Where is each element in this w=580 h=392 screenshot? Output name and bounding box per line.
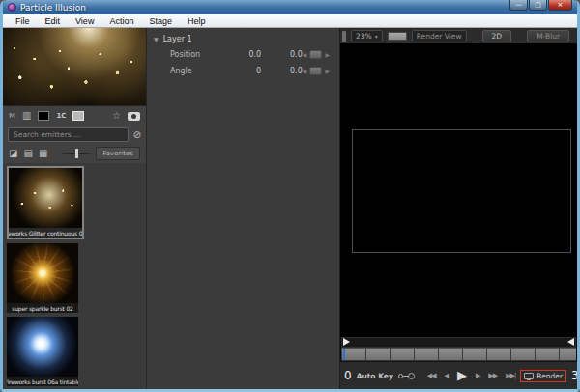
play-button[interactable]: ▶ xyxy=(457,371,467,380)
mode-2d-button[interactable]: 2D xyxy=(482,30,512,42)
rewind-button[interactable]: ◀◀ xyxy=(427,371,436,380)
titlebar[interactable]: Particle Illusion — ▢ × xyxy=(3,0,577,14)
emitter-name: Fireworks burst 06a tintable xyxy=(7,377,78,386)
viewport-toolbar: 23% ▾ Render View 2D M-Blur H.U.D. Def xyxy=(340,28,577,44)
main-area: M ▥ 1C ☆ ⊘ ◪ ▤ ▦ Favorites xyxy=(3,28,577,389)
timeline-scrubber[interactable] xyxy=(341,348,576,361)
render-view-label: Render View xyxy=(417,32,462,41)
emitter-thumbnail xyxy=(9,168,82,228)
auto-key-label[interactable]: Auto Key xyxy=(357,372,393,380)
next-key-icon[interactable]: ▶ xyxy=(325,51,330,58)
key-icon[interactable] xyxy=(398,374,403,378)
folder-view-icon[interactable]: ◪ xyxy=(9,149,17,158)
emitter-thumbnail xyxy=(7,317,78,377)
current-frame-value[interactable]: 0 xyxy=(344,369,352,382)
clear-search-icon[interactable]: ⊘ xyxy=(133,130,141,140)
param-row-position: Position 0.0 0.0 ◀ ▶ xyxy=(147,46,339,63)
stage-panel: 23% ▾ Render View 2D M-Blur H.U.D. Def xyxy=(340,28,577,389)
zoom-level-value: 23% xyxy=(356,32,372,41)
m-mode-icon[interactable]: M xyxy=(9,112,15,120)
one-color-icon[interactable]: 1C xyxy=(56,112,66,120)
minimize-button[interactable]: — xyxy=(509,0,528,11)
go-to-end-button[interactable]: ▶▶| xyxy=(506,371,515,380)
transport-bar: 0 Auto Key ◀◀ ◀ ▶ ▶ ▶▶ ▶▶| Render 300 xyxy=(340,361,577,389)
param-value-x[interactable]: 0 xyxy=(228,67,262,75)
prev-key-icon[interactable]: ◀ xyxy=(303,51,307,58)
render-button[interactable]: Render xyxy=(536,372,563,380)
menu-stage[interactable]: Stage xyxy=(141,16,180,26)
param-label: Position xyxy=(170,50,228,59)
end-frame-value[interactable]: 300 xyxy=(571,369,577,382)
maximize-button[interactable]: ▢ xyxy=(529,0,547,11)
range-out-marker-icon[interactable] xyxy=(567,338,574,346)
slider-handle[interactable] xyxy=(75,149,78,158)
keyframe-nav: ◀ ▶ xyxy=(303,50,330,59)
emitter-item[interactable]: super sparkle burst 02 xyxy=(7,243,78,313)
range-in-marker-icon[interactable] xyxy=(343,338,350,346)
param-value-y[interactable]: 0.0 xyxy=(269,50,303,59)
menu-help[interactable]: Help xyxy=(180,16,214,26)
search-input[interactable] xyxy=(8,127,129,142)
render-view-dropdown[interactable]: Render View xyxy=(412,30,467,42)
param-value-y[interactable]: 0.0 xyxy=(269,67,303,75)
menu-bar: File Edit View Action Stage Help xyxy=(3,14,577,28)
menu-edit[interactable]: Edit xyxy=(38,16,69,26)
param-label: Angle xyxy=(170,67,228,75)
menu-view[interactable]: View xyxy=(68,16,102,26)
menu-file[interactable]: File xyxy=(8,16,38,26)
grid-view-icon[interactable]: ▦ xyxy=(39,149,47,158)
gray-background-swatch[interactable] xyxy=(72,111,84,121)
close-button[interactable]: × xyxy=(548,0,572,11)
emitter-preview xyxy=(3,28,146,106)
next-key-icon[interactable]: ▶ xyxy=(325,68,330,74)
favorites-button[interactable]: Favorites xyxy=(96,147,140,160)
emitter-list: Fireworks Glitter continuous 03b super s… xyxy=(3,163,146,389)
layer-name: Layer 1 xyxy=(163,35,192,43)
emitter-thumbnail xyxy=(7,243,78,303)
search-row: ⊘ xyxy=(3,126,146,144)
stopwatch-icon[interactable] xyxy=(408,373,415,379)
app-icon xyxy=(8,3,16,12)
thumbnail-size-slider[interactable] xyxy=(63,153,90,154)
stage-canvas[interactable] xyxy=(340,44,577,337)
stage-bounds-rectangle xyxy=(352,129,571,253)
window-controls: — ▢ × xyxy=(509,0,572,11)
playhead[interactable] xyxy=(343,349,345,360)
view-options-row: ◪ ▤ ▦ Favorites xyxy=(3,144,146,163)
camera-icon[interactable] xyxy=(128,112,140,121)
filmstrip-icon[interactable]: ▥ xyxy=(22,111,31,121)
keyframe-button[interactable] xyxy=(309,67,322,75)
fast-forward-button[interactable]: ▶▶ xyxy=(488,371,497,380)
panel-splitter-handle[interactable] xyxy=(342,31,346,42)
collapse-triangle-icon[interactable]: ▼ xyxy=(154,36,159,42)
step-back-button[interactable]: ◀ xyxy=(445,371,449,380)
stage-color-swatch[interactable] xyxy=(388,32,407,41)
render-monitor-icon xyxy=(524,373,534,379)
app-window: Particle Illusion — ▢ × File Edit View A… xyxy=(0,0,580,392)
motion-blur-button[interactable]: M-Blur xyxy=(527,30,569,42)
black-background-swatch[interactable] xyxy=(38,111,49,121)
emitter-item-selected[interactable]: Fireworks Glitter continuous 03b xyxy=(7,166,84,239)
list-view-icon[interactable]: ▤ xyxy=(23,149,32,158)
camera-lens xyxy=(131,114,136,119)
keyframe-nav: ◀ ▶ xyxy=(303,67,330,75)
favorite-star-icon[interactable]: ☆ xyxy=(112,111,121,121)
zoom-level-dropdown[interactable]: 23% ▾ xyxy=(351,30,383,42)
transport-buttons: ◀◀ ◀ ▶ ▶ ▶▶ ▶▶| xyxy=(427,371,515,380)
render-button-highlight: Render xyxy=(520,370,566,382)
param-row-angle: Angle 0 0.0 ◀ ▶ xyxy=(147,63,339,79)
step-forward-button[interactable]: ▶ xyxy=(476,371,479,380)
prev-key-icon[interactable]: ◀ xyxy=(303,68,307,74)
param-value-x[interactable]: 0.0 xyxy=(228,50,262,59)
chevron-down-icon: ▾ xyxy=(375,33,378,40)
emitter-item[interactable]: Fireworks burst 06a tintable xyxy=(7,317,78,386)
window-title: Particle Illusion xyxy=(20,3,509,13)
menu-action[interactable]: Action xyxy=(102,16,141,26)
parameters-panel: ▼ Layer 1 Position 0.0 0.0 ◀ ▶ Angle 0 0… xyxy=(147,28,340,389)
keyframe-button[interactable] xyxy=(309,50,322,59)
library-toolbar: M ▥ 1C ☆ xyxy=(3,106,146,126)
layer-row[interactable]: ▼ Layer 1 xyxy=(147,32,339,46)
playback-range-bar[interactable] xyxy=(341,337,576,348)
emitter-name: super sparkle burst 02 xyxy=(7,303,78,313)
emitter-library-panel: M ▥ 1C ☆ ⊘ ◪ ▤ ▦ Favorites xyxy=(3,28,147,389)
